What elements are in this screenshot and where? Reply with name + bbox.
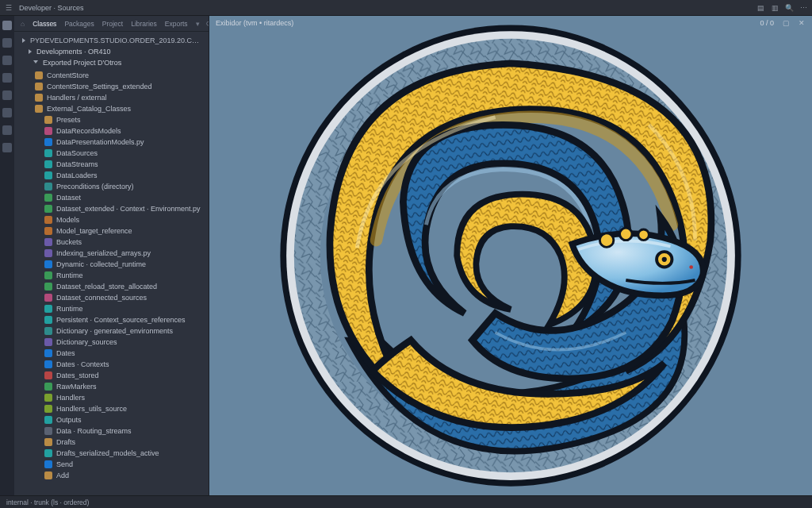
file-icon — [44, 405, 52, 413]
menu-icon[interactable]: ☰ — [5, 4, 13, 12]
tree-item[interactable]: Drafts_serialized_models_active — [14, 448, 209, 459]
tree-item[interactable]: Dynamic · collected_runtime — [14, 259, 209, 270]
tree-item[interactable]: DataLoaders — [14, 170, 209, 181]
tree-item-label: Dataset_connected_sources — [56, 292, 147, 303]
tree-item[interactable]: Dataset_connected_sources — [14, 292, 209, 303]
file-icon — [44, 394, 52, 402]
refresh-icon[interactable]: ⟳ — [206, 20, 209, 27]
tab-packages[interactable]: Packages — [64, 20, 94, 28]
tree-item[interactable]: ContentStore — [14, 70, 209, 81]
tree-item-label: Dataset_reload_store_allocated — [56, 281, 157, 292]
file-icon — [44, 427, 52, 435]
search-icon[interactable]: 🔍 — [785, 4, 793, 12]
tree-item[interactable]: Buckets — [14, 237, 209, 248]
tree-item[interactable]: Runtime — [14, 303, 209, 314]
project-header[interactable]: PyDevelopments.studio.Order_2019.20.cls — [14, 32, 209, 46]
tree-item[interactable]: Dataset_reload_store_allocated — [14, 281, 209, 292]
tree-item-label: Dynamic · collected_runtime — [56, 259, 146, 270]
tab-exports[interactable]: Exports — [165, 20, 188, 28]
tree-item[interactable]: Data · Routing_streams — [14, 425, 209, 437]
tree-item-label: Indexing_serialized_arrays.py — [56, 248, 151, 259]
tree-item[interactable]: Outputs — [14, 414, 209, 425]
home-icon[interactable]: ⌂ — [21, 20, 25, 27]
main-area: ⌂ Classes Packages Project Libraries Exp… — [0, 16, 812, 495]
tree-item[interactable]: Preconditions (directory) — [14, 181, 209, 192]
tree-item-label: Dates_stored — [56, 370, 99, 381]
tree-item-label: Dates · Contexts — [56, 359, 109, 370]
activity-explorer-icon[interactable] — [2, 21, 12, 30]
file-icon — [44, 271, 52, 279]
tree-item[interactable]: Dictionary · generated_environments — [14, 325, 209, 337]
tree-item[interactable]: Add — [14, 470, 209, 481]
file-icon — [35, 94, 43, 102]
file-icon — [44, 338, 52, 346]
snake-illustration — [209, 16, 812, 495]
workspace-header-label: Developments · OR410 — [36, 48, 111, 56]
file-icon — [44, 238, 52, 246]
tree-item[interactable]: Dictionary_sources — [14, 337, 209, 348]
tree-item-label: Dictionary_sources — [56, 337, 117, 348]
tree-item[interactable]: RawMarkers — [14, 381, 209, 392]
tree-item-label: DataStreams — [56, 159, 98, 170]
activity-structure-icon[interactable] — [2, 125, 12, 135]
tree-item-label: Handlers — [56, 392, 85, 403]
file-icon — [35, 71, 43, 79]
activity-favorites-icon[interactable] — [2, 108, 12, 117]
activity-database-icon[interactable] — [2, 143, 12, 152]
svg-point-12 — [689, 265, 693, 269]
tree-item[interactable]: ContentStore_Settings_extended — [14, 81, 209, 92]
tree-item-label: Handlers_utils_source — [56, 403, 127, 414]
file-icon — [44, 449, 52, 457]
file-icon — [44, 416, 52, 424]
tree-item[interactable]: Persistent · Context_sources_references — [14, 314, 209, 325]
tree-item[interactable]: Runtime — [14, 270, 209, 281]
root-folder[interactable]: Exported Project D'Otros — [14, 57, 209, 68]
workspace-header[interactable]: Developments · OR410 — [14, 46, 209, 57]
tree-item[interactable]: Dates · Contexts — [14, 359, 209, 370]
tree-item[interactable]: Handlers / external — [14, 92, 209, 103]
activity-debug-icon[interactable] — [2, 73, 12, 83]
tree-item[interactable]: Model_target_reference — [14, 225, 209, 237]
tree-item[interactable]: Dates — [14, 348, 209, 359]
tree-item-label: Preconditions (directory) — [56, 181, 134, 192]
tree-item[interactable]: DataPresentationModels.py — [14, 137, 209, 148]
tree-item-label: ContentStore_Settings_extended — [47, 81, 152, 92]
status-left: internal · trunk (ls · ordered) — [6, 498, 89, 506]
tree-item[interactable]: Indexing_serialized_arrays.py — [14, 248, 209, 259]
tree-item[interactable]: Dataset_extended · Context · Environment… — [14, 203, 209, 214]
split-icon[interactable]: ▥ — [771, 4, 779, 12]
chevron-right-icon — [22, 38, 25, 43]
tree-item[interactable]: Handlers_utils_source — [14, 403, 209, 414]
tab-classes[interactable]: Classes — [33, 20, 56, 28]
chevron-right-icon — [29, 49, 32, 54]
tree-item[interactable]: Models — [14, 214, 209, 225]
file-icon — [44, 438, 52, 446]
tree-item[interactable]: Presets — [14, 114, 209, 125]
tree-item[interactable]: Drafts — [14, 437, 209, 448]
svg-point-8 — [620, 228, 633, 241]
file-icon — [44, 149, 52, 157]
tree-item-label: Outputs — [56, 414, 82, 425]
tab-project[interactable]: Project — [102, 20, 123, 28]
tree-item[interactable]: External_Catalog_Classes — [14, 103, 209, 114]
tree-item[interactable]: DataStreams — [14, 159, 209, 170]
activity-scm-icon[interactable] — [2, 56, 12, 65]
activity-extensions-icon[interactable] — [2, 90, 12, 100]
file-tree[interactable]: ContentStoreContentStore_Settings_extend… — [14, 68, 209, 495]
tree-item[interactable]: Handlers — [14, 392, 209, 403]
tree-item[interactable]: DataRecordsModels — [14, 125, 209, 137]
tree-item-label: Dataset_extended · Context · Environment… — [56, 203, 201, 214]
root-folder-label: Exported Project D'Otros — [43, 59, 121, 67]
file-icon — [44, 183, 52, 190]
tree-item[interactable]: DataSources — [14, 148, 209, 159]
tree-item-label: Dataset — [56, 192, 81, 203]
tree-item[interactable]: Dataset — [14, 192, 209, 203]
tree-item[interactable]: Send — [14, 459, 209, 470]
tab-libraries[interactable]: Libraries — [131, 20, 157, 28]
activity-search-icon[interactable] — [2, 38, 12, 48]
file-icon — [44, 171, 52, 179]
tree-item-label: Runtime — [56, 303, 83, 314]
settings-dots-icon[interactable]: ⋯ — [799, 4, 807, 12]
tree-item[interactable]: Dates_stored — [14, 370, 209, 381]
collapse-icon[interactable]: ▾ — [196, 20, 203, 27]
